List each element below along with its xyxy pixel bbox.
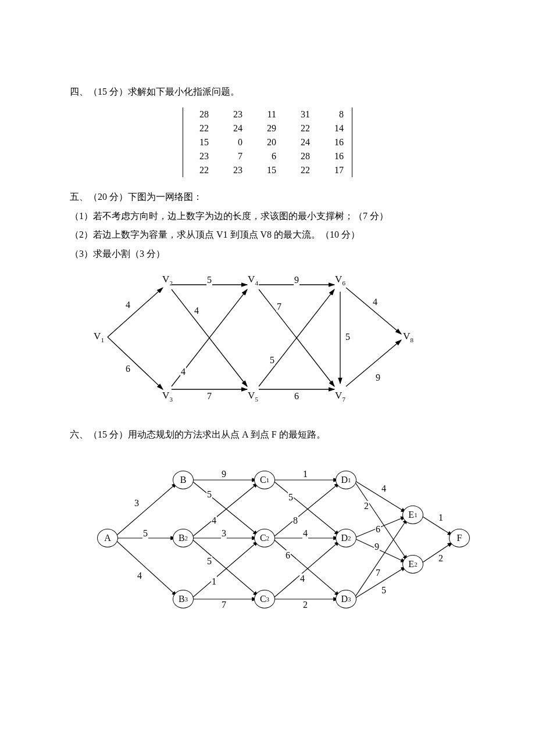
svg-line-1: [108, 337, 163, 389]
node-F: F: [449, 529, 470, 547]
w-v5v7: 6: [294, 391, 299, 402]
node-C3: C3: [254, 590, 275, 608]
w-D1-E1: 4: [381, 483, 387, 494]
w-D3-E2: 5: [381, 585, 387, 596]
svg-line-12: [346, 340, 401, 386]
w-D2-E1: 6: [375, 524, 381, 535]
node-C2: C2: [254, 529, 275, 547]
w-B-C2: 5: [206, 489, 212, 500]
svg-line-0: [108, 288, 163, 337]
svg-line-32: [354, 515, 410, 538]
node-C1: C1: [254, 471, 275, 489]
w-B3-C3: 7: [221, 600, 227, 610]
w-E1-F: 1: [438, 513, 444, 523]
w-v2v5: 4: [194, 306, 199, 316]
q6-heading: 六、（15 分）用动态规划的方法求出从点 A 到点 F 的最短路。: [70, 427, 465, 443]
w-E2-F: 2: [438, 553, 444, 564]
w-v4v7: 7: [276, 302, 282, 312]
q5-sub2: （2）若边上数字为容量，求从顶点 V1 到顶点 V8 的最大流。（10 分）: [70, 227, 465, 243]
dp-diagram-q6: A B B2 B3 C1 C2 C3 D1 D2 D3 E1 E2 F 3 5 …: [87, 448, 471, 628]
w-v1v2: 4: [125, 300, 131, 310]
network-diagram-q5: V1 V2 V3 V4 V5 V6 V7 V8 4 6 5 4 4 7 9 7 …: [87, 267, 413, 413]
node-E2: E2: [402, 555, 423, 574]
w-v5v6: 5: [269, 355, 275, 366]
w-v2v4: 5: [206, 275, 212, 285]
w-C2-D2: 4: [302, 528, 308, 539]
w-v6v8: 4: [372, 297, 378, 307]
w-D3-E1: 7: [375, 568, 381, 578]
node-B3: B3: [173, 590, 194, 608]
q4-heading: 四、（15 分）求解如下最小化指派问题。: [70, 84, 465, 101]
node-B: B: [173, 471, 194, 489]
page-content: 四、（15 分）求解如下最小化指派问题。 282311318 222429221…: [0, 0, 535, 665]
w-C1-D1: 1: [302, 469, 308, 479]
svg-line-11: [346, 288, 401, 334]
node-D2: D2: [336, 529, 356, 547]
assignment-matrix: 282311318 2224292214 150202416 23762816 …: [70, 108, 465, 177]
w-D1-E2: 2: [363, 501, 369, 511]
node-D3: D3: [336, 590, 356, 608]
w-v4v6: 9: [294, 275, 299, 285]
w-C3-D3: 2: [302, 600, 308, 610]
node-B2: B2: [173, 529, 194, 547]
w-C2-D1: 8: [293, 515, 298, 526]
svg-line-15: [113, 538, 180, 599]
w-A-B3: 4: [137, 571, 142, 581]
node-A: A: [97, 529, 118, 547]
w-C1-D2: 5: [288, 492, 294, 503]
q5-heading: 五、（20 分）下图为一网络图：: [70, 189, 465, 206]
w-C3-D2: 4: [299, 574, 305, 584]
w-A-B2: 5: [142, 528, 148, 539]
w-v1v3: 6: [125, 364, 131, 374]
w-B-C1: 9: [221, 469, 227, 479]
w-v3v5: 7: [206, 391, 212, 402]
w-B3-C2: 1: [211, 576, 217, 587]
w-C2-D3: 6: [285, 550, 291, 561]
w-B2-C2: 3: [221, 528, 227, 539]
w-A-B: 3: [134, 498, 140, 508]
w-B2-C3: 5: [206, 556, 212, 567]
q5-sub3: （3）求最小割（3 分）: [70, 246, 465, 263]
w-D2-E2: 9: [374, 542, 380, 552]
w-v3v4: 4: [180, 367, 186, 377]
w-v7v8: 9: [375, 372, 381, 383]
w-v6v7: 5: [345, 332, 351, 342]
w-B2-C1: 4: [211, 515, 217, 526]
node-E1: E1: [402, 506, 423, 524]
node-D1: D1: [336, 471, 356, 489]
q5-sub1: （1）若不考虑方向时，边上数字为边的长度，求该图的最小支撑树；（7 分）: [70, 208, 465, 225]
